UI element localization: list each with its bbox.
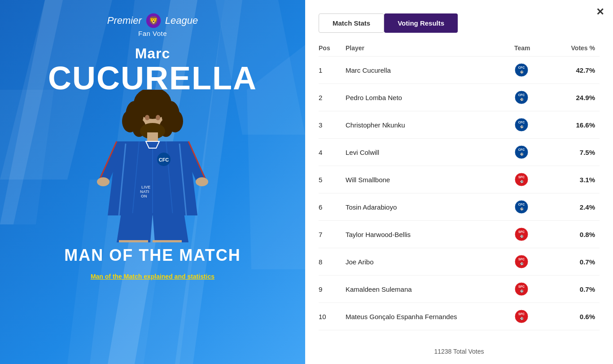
cell-votes: 0.6% [559, 313, 600, 320]
team-logo: SFC ⚽ [514, 282, 529, 296]
svg-text:CFC: CFC [518, 93, 525, 96]
svg-point-66 [515, 255, 528, 268]
cell-player: Christopher Nkunku [346, 121, 514, 129]
svg-point-63 [515, 228, 528, 241]
tab-voting-results[interactable]: Voting Results [384, 13, 458, 33]
svg-rect-41 [153, 240, 182, 242]
svg-point-34 [97, 177, 109, 186]
cell-pos: 1 [319, 66, 346, 74]
svg-text:SFC: SFC [518, 230, 525, 233]
team-logo: SFC ⚽ [514, 309, 529, 324]
cell-player: Marc Cucurella [346, 66, 514, 74]
cell-votes: 0.7% [559, 258, 600, 266]
svg-point-51 [515, 118, 528, 132]
svg-text:⚽: ⚽ [520, 207, 524, 211]
cell-player: Kamaldeen Sulemana [346, 285, 514, 293]
close-button[interactable]: ✕ [596, 7, 604, 17]
cell-pos: 4 [319, 149, 346, 156]
cell-pos: 5 [319, 176, 346, 184]
cell-team: SFC ⚽ [514, 227, 559, 241]
svg-text:SFC: SFC [518, 285, 525, 288]
svg-text:⚽: ⚽ [520, 289, 524, 293]
cell-pos: 3 [319, 121, 346, 129]
svg-text:SFC: SFC [518, 175, 525, 179]
svg-text:CFC: CFC [518, 66, 525, 69]
svg-marker-38 [117, 213, 153, 242]
cell-player: Pedro Lomba Neto [346, 94, 514, 101]
league-text: League [165, 15, 198, 26]
svg-text:CFC: CFC [518, 203, 525, 206]
cell-team: CFC ⚽ [514, 90, 559, 105]
svg-text:🦁: 🦁 [149, 16, 159, 26]
player-first-name: Marc [135, 45, 171, 62]
cell-votes: 7.5% [559, 149, 600, 156]
svg-text:⚽: ⚽ [520, 153, 524, 156]
table-row: 9 Kamaldeen Sulemana SFC ⚽ 0.7% [319, 276, 600, 303]
svg-text:NATI: NATI [140, 189, 149, 194]
table-row: 1 Marc Cucurella CFC ⚽ 42.7% [319, 57, 600, 84]
header-votes: Votes % [559, 44, 600, 52]
svg-text:CFC: CFC [159, 157, 169, 162]
svg-text:⚽: ⚽ [520, 70, 524, 74]
left-panel-content: Premier 🦁 League Fan Vote Marc CUCURELLA [0, 0, 305, 280]
header-pos: Pos [319, 44, 346, 52]
tabs-row: Match Stats Voting Results [319, 13, 600, 33]
table-row: 7 Taylor Harwood-Bellis SFC ⚽ 0.8% [319, 221, 600, 248]
cell-votes: 16.6% [559, 121, 600, 129]
total-votes: 11238 Total Votes [319, 342, 600, 355]
cell-team: SFC ⚽ [514, 309, 559, 324]
pl-logo-area: Premier 🦁 League Fan Vote [107, 13, 198, 37]
cell-team: CFC ⚽ [514, 145, 559, 159]
fan-vote-label: Fan Vote [138, 30, 167, 37]
team-logo: SFC ⚽ [514, 172, 529, 187]
player-figure: CFC LIVE NATI ON [63, 90, 242, 242]
table-row: 3 Christopher Nkunku CFC ⚽ 16.6% [319, 111, 600, 139]
cell-votes: 42.7% [559, 66, 600, 74]
bottom-link[interactable]: Man of the Match explained and statistic… [91, 273, 215, 280]
svg-marker-39 [153, 213, 188, 242]
svg-text:⚽: ⚽ [520, 180, 524, 184]
cell-pos: 7 [319, 231, 346, 238]
cell-team: SFC ⚽ [514, 172, 559, 187]
svg-point-72 [515, 310, 528, 323]
svg-rect-22 [147, 132, 158, 141]
svg-point-35 [196, 177, 208, 186]
cell-votes: 3.1% [559, 176, 600, 184]
svg-point-54 [515, 145, 528, 159]
svg-text:⚽: ⚽ [520, 235, 524, 238]
svg-text:CFC: CFC [518, 148, 525, 151]
svg-rect-40 [119, 240, 148, 242]
team-logo: CFC ⚽ [514, 63, 529, 77]
team-logo: CFC ⚽ [514, 90, 529, 105]
cell-pos: 6 [319, 203, 346, 211]
cell-player: Will Smallbone [346, 176, 514, 184]
table-header: Pos Player Team Votes % [319, 42, 600, 57]
premier-text: Premier [107, 15, 142, 26]
cell-team: CFC ⚽ [514, 118, 559, 132]
team-logo: CFC ⚽ [514, 145, 529, 159]
team-logo: SFC ⚽ [514, 254, 529, 269]
team-logo: CFC ⚽ [514, 118, 529, 132]
table-row: 10 Mateus Gonçalo Espanha Fernandes SFC … [319, 303, 600, 330]
svg-point-20 [145, 115, 149, 120]
team-logo: SFC ⚽ [514, 227, 529, 241]
tab-match-stats[interactable]: Match Stats [319, 13, 384, 33]
svg-text:CFC: CFC [518, 121, 525, 124]
svg-text:⚽: ⚽ [520, 125, 524, 129]
svg-point-21 [156, 115, 160, 120]
cell-pos: 10 [319, 313, 346, 320]
cell-player: Joe Aribo [346, 258, 514, 266]
left-panel: Premier 🦁 League Fan Vote Marc CUCURELLA [0, 0, 305, 364]
player-image-area: CFC LIVE NATI ON [63, 90, 242, 242]
svg-text:ON: ON [141, 194, 147, 198]
svg-text:SFC: SFC [518, 258, 525, 261]
svg-text:⚽: ⚽ [520, 262, 524, 266]
team-logo: CFC ⚽ [514, 200, 529, 214]
man-of-match-title: MAN OF THE MATCH [64, 246, 241, 265]
svg-point-57 [515, 173, 528, 186]
cell-team: CFC ⚽ [514, 63, 559, 77]
cell-team: SFC ⚽ [514, 282, 559, 296]
table-row: 2 Pedro Lomba Neto CFC ⚽ 24.9% [319, 84, 600, 111]
cell-player: Levi Colwill [346, 149, 514, 156]
cell-pos: 2 [319, 94, 346, 101]
